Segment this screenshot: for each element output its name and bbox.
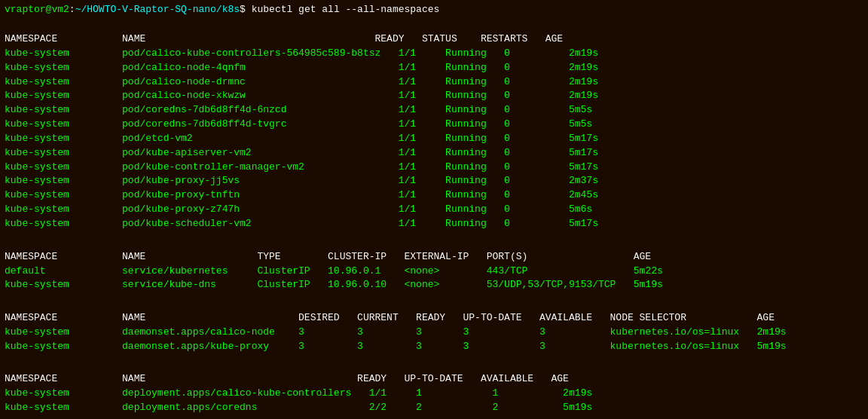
table-row: kube-system deployment.apps/coredns 2/2 …: [5, 401, 863, 415]
pods-section: NAMESPACE NAME READY STATUS RESTARTS AGE: [5, 18, 863, 47]
table-row: kube-system pod/kube-scheduler-vm2 1/1 R…: [5, 217, 863, 231]
table-row: kube-system daemonset.apps/calico-node 3…: [5, 326, 863, 340]
prompt-dollar: $: [240, 4, 252, 15]
prompt-user: vraptor@vm2: [5, 4, 69, 15]
table-row: kube-system pod/calico-node-4qnfm 1/1 Ru…: [5, 61, 863, 75]
prompt: vraptor@vm2:~/HOWTO-V-Raptor-SQ-nano/k8s…: [5, 3, 863, 17]
table-row: kube-system pod/calico-kube-controllers-…: [5, 47, 863, 61]
daemonsets-rows: kube-system daemonset.apps/calico-node 3…: [5, 326, 863, 354]
table-row: kube-system pod/coredns-7db6d8ff4d-6nzcd…: [5, 103, 863, 118]
table-row: kube-system pod/calico-node-xkwzw 1/1 Ru…: [5, 89, 863, 103]
daemonsets-header: NAMESPACE NAME DESIRED CURRENT READY UP-…: [5, 312, 775, 323]
table-row: kube-system pod/etcd-vm2 1/1 Running 0 5…: [5, 132, 863, 146]
table-row: kube-system pod/kube-controller-manager-…: [5, 161, 863, 175]
table-row: kube-system pod/kube-proxy-tnftn 1/1 Run…: [5, 188, 863, 203]
prompt-path: ~/HOWTO-V-Raptor-SQ-nano/k8s: [75, 4, 240, 15]
table-row: kube-system pod/kube-proxy-z747h 1/1 Run…: [5, 203, 863, 217]
terminal: vraptor@vm2:~/HOWTO-V-Raptor-SQ-nano/k8s…: [0, 0, 868, 419]
deployments-section: NAMESPACE NAME READY UP-TO-DATE AVAILABL…: [5, 359, 863, 387]
daemonsets-section: NAMESPACE NAME DESIRED CURRENT READY UP-…: [5, 297, 863, 326]
table-row: kube-system pod/calico-node-drmnc 1/1 Ru…: [5, 75, 863, 90]
deployments-rows: kube-system deployment.apps/calico-kube-…: [5, 387, 863, 415]
services-section: NAMESPACE NAME TYPE CLUSTER-IP EXTERNAL-…: [5, 236, 863, 265]
prompt-command: kubectl get all --all-namespaces: [252, 4, 440, 15]
table-row: kube-system pod/coredns-7db6d8ff4d-tvgrc…: [5, 118, 863, 132]
table-row: kube-system service/kube-dns ClusterIP 1…: [5, 278, 863, 292]
table-row: kube-system deployment.apps/calico-kube-…: [5, 387, 863, 401]
pods-rows: kube-system pod/calico-kube-controllers-…: [5, 47, 863, 231]
pods-header: NAMESPACE NAME READY STATUS RESTARTS AGE: [5, 33, 563, 44]
services-rows: default service/kubernetes ClusterIP 10.…: [5, 265, 863, 293]
prompt-separator: :: [69, 4, 75, 15]
table-row: kube-system pod/kube-proxy-jj5vs 1/1 Run…: [5, 174, 863, 188]
table-row: kube-system pod/kube-apiserver-vm2 1/1 R…: [5, 146, 863, 161]
deployments-header: NAMESPACE NAME READY UP-TO-DATE AVAILABL…: [5, 373, 569, 384]
table-row: default service/kubernetes ClusterIP 10.…: [5, 265, 863, 279]
table-row: kube-system daemonset.apps/kube-proxy 3 …: [5, 340, 863, 354]
services-header: NAMESPACE NAME TYPE CLUSTER-IP EXTERNAL-…: [5, 251, 651, 262]
